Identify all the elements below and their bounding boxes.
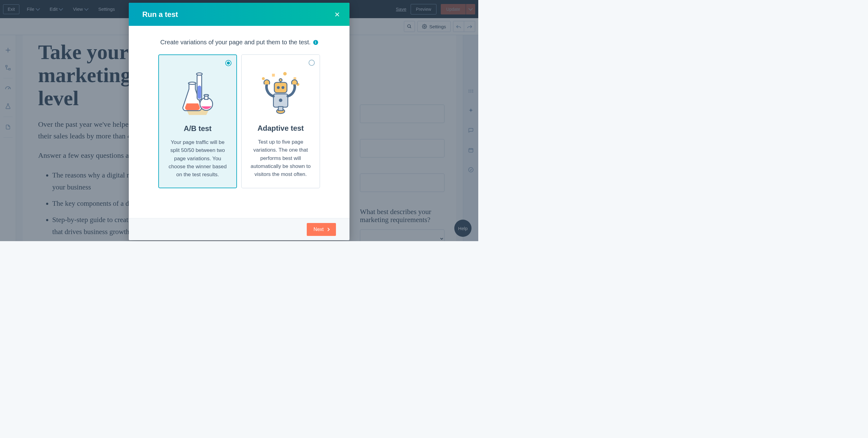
svg-point-37 <box>277 86 280 89</box>
modal-subtitle: Create variations of your page and put t… <box>160 39 310 46</box>
modal-header: Run a test <box>129 3 349 26</box>
adaptive-test-desc: Test up to five page variations. The one… <box>248 138 313 179</box>
close-icon <box>334 11 340 18</box>
svg-point-31 <box>283 72 286 75</box>
next-button[interactable]: Next <box>307 223 336 236</box>
svg-point-35 <box>279 98 282 102</box>
svg-point-38 <box>282 86 284 89</box>
modal-subtitle-row: Create variations of your page and put t… <box>144 39 335 46</box>
run-test-modal: Run a test Create variations of your pag… <box>129 3 349 240</box>
svg-rect-42 <box>278 107 283 111</box>
svg-point-28 <box>204 94 209 96</box>
svg-point-22 <box>188 82 196 85</box>
robot-illustration-icon <box>257 68 304 118</box>
svg-point-29 <box>262 77 265 80</box>
ab-test-desc: Your page traffic will be split 50/50 be… <box>166 138 229 179</box>
svg-point-25 <box>196 73 202 75</box>
adaptive-test-illustration <box>257 68 304 118</box>
modal-footer: Next <box>129 218 349 240</box>
svg-rect-30 <box>272 74 275 77</box>
flask-illustration-icon <box>175 68 221 119</box>
ab-test-illustration <box>175 68 221 119</box>
ab-test-title: A/B test <box>166 124 229 133</box>
modal-body: Create variations of your page and put t… <box>129 26 349 218</box>
adaptive-test-radio[interactable] <box>309 60 315 66</box>
svg-rect-36 <box>274 82 287 93</box>
adaptive-test-card[interactable]: Adaptive test Test up to five page varia… <box>241 54 320 188</box>
modal-overlay[interactable]: Run a test Create variations of your pag… <box>0 0 478 241</box>
modal-title: Run a test <box>142 10 178 19</box>
svg-rect-24 <box>198 86 201 99</box>
next-button-label: Next <box>313 227 324 232</box>
svg-point-39 <box>279 79 282 82</box>
chevron-right-icon <box>326 228 330 231</box>
info-icon[interactable]: i <box>313 40 318 45</box>
ab-test-card[interactable]: A/B test Your page traffic will be split… <box>158 54 237 188</box>
test-type-cards: A/B test Your page traffic will be split… <box>144 54 335 188</box>
ab-test-radio[interactable] <box>225 60 231 66</box>
modal-close-button[interactable] <box>334 11 340 18</box>
adaptive-test-title: Adaptive test <box>248 124 313 133</box>
